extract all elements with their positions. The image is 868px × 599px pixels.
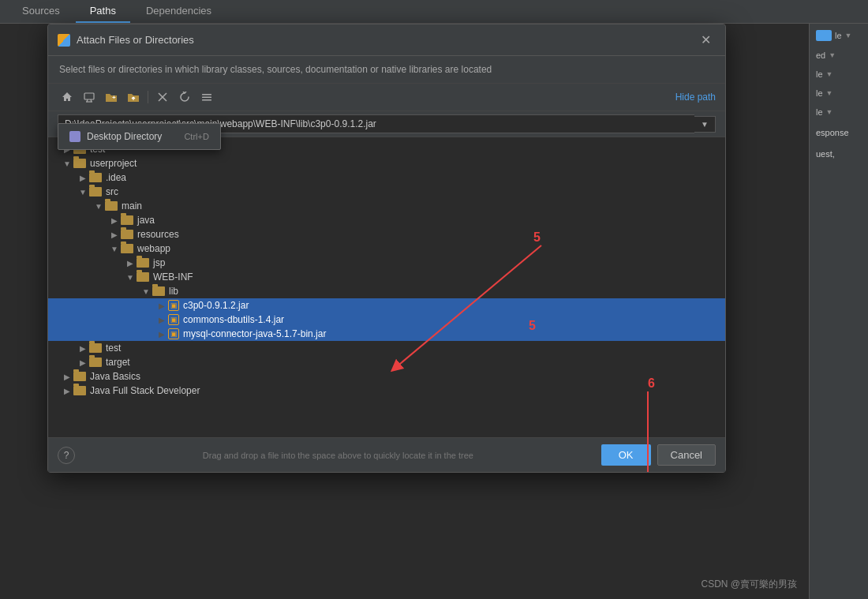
tree-item-java-basics[interactable]: Java Basics: [48, 369, 725, 384]
svg-rect-7: [202, 94, 211, 95]
tree-item-userproject[interactable]: userproject: [48, 156, 725, 170]
settings-button[interactable]: [197, 88, 216, 106]
folder-icon-target: [89, 358, 102, 367]
up-folder-button[interactable]: [124, 88, 143, 106]
dropdown-popup: Desktop Directory Ctrl+D: [58, 123, 221, 150]
tree-arrow-java-basics: [61, 373, 73, 381]
tree-label-mysql: mysql-connector-java-5.1.7-bin.jar: [183, 328, 326, 339]
tree-label-main: main: [122, 200, 142, 212]
tree-label-resources: resources: [137, 229, 179, 240]
tree-arrow-c3p0: [155, 301, 168, 310]
sidebar-arrow-1[interactable]: ▼: [845, 32, 852, 39]
svg-rect-8: [202, 97, 211, 99]
blue-box-1: [816, 30, 832, 41]
folder-icon-webinf: [137, 272, 149, 282]
sidebar-row-5: le ▼: [813, 106, 865, 118]
svg-text:+: +: [112, 94, 116, 101]
path-dropdown-button[interactable]: ▼: [694, 116, 716, 133]
svg-rect-9: [202, 99, 211, 101]
tree-item-src[interactable]: src: [48, 185, 725, 199]
sidebar-response: esponse: [813, 125, 865, 140]
jar-icon-mysql: ▣: [168, 328, 179, 339]
folder-icon-lib: [152, 286, 165, 296]
tree-label-target: target: [106, 357, 130, 368]
svg-rect-0: [84, 93, 94, 99]
file-tree[interactable]: test userproject .idea src main: [48, 137, 725, 437]
tree-arrow-main: [92, 202, 105, 211]
ok-button[interactable]: OK: [601, 444, 651, 466]
jar-icon-commons: ▣: [168, 314, 179, 325]
sidebar-arrow-4[interactable]: ▼: [826, 89, 833, 97]
tab-paths[interactable]: Paths: [76, 0, 130, 23]
tree-item-target[interactable]: target: [48, 355, 725, 369]
modal-title-area: Attach Files or Directories: [58, 34, 194, 47]
desktop-directory-option[interactable]: Desktop Directory Ctrl+D: [58, 127, 220, 146]
watermark: CSDN @賣可樂的男孩: [701, 578, 797, 591]
tree-label-userproject: userproject: [90, 158, 137, 169]
tree-item-mysql-connector[interactable]: ▣ mysql-connector-java-5.1.7-bin.jar: [48, 327, 725, 341]
modal-toolbar: +: [48, 84, 725, 111]
home-button[interactable]: [58, 88, 77, 106]
tree-arrow-idea: [77, 174, 89, 182]
tree-item-webinf[interactable]: WEB-INF: [48, 270, 725, 284]
sidebar-arrow-5[interactable]: ▼: [826, 108, 833, 116]
modal-description: Select files or directories in which lib…: [48, 56, 725, 84]
tab-sources[interactable]: Sources: [8, 0, 74, 23]
toolbar-sep-1: [148, 91, 148, 103]
folder-icon-src: [89, 187, 102, 197]
help-button[interactable]: ?: [58, 447, 75, 464]
sidebar-arrow-2[interactable]: ▼: [829, 51, 836, 59]
tree-item-test2[interactable]: test: [48, 341, 725, 355]
tree-arrow-webinf: [124, 273, 137, 282]
ide-tabs: Sources Paths Dependencies: [0, 0, 868, 24]
tree-item-idea[interactable]: .idea: [48, 170, 725, 185]
tab-dependencies[interactable]: Dependencies: [132, 0, 226, 23]
tree-arrow-src: [77, 188, 89, 197]
sidebar-row-4: le ▼: [813, 87, 865, 99]
tree-arrow-lib: [140, 287, 152, 296]
tree-arrow-mysql: [155, 330, 168, 339]
tree-item-jsp[interactable]: jsp: [48, 256, 725, 270]
tree-item-lib[interactable]: lib: [48, 284, 725, 298]
tree-item-commons-dbutils[interactable]: ▣ commons-dbutils-1.4.jar: [48, 313, 725, 327]
tree-item-java-full-stack[interactable]: Java Full Stack Developer: [48, 384, 725, 398]
folder-icon-jsp: [137, 258, 149, 268]
tree-label-java: java: [137, 215, 155, 226]
new-folder-button[interactable]: +: [102, 88, 121, 106]
folder-icon-webapp: [121, 244, 133, 253]
folder-icon-java: [121, 215, 133, 225]
modal-buttons: OK Cancel: [601, 444, 716, 466]
tree-label-c3p0: c3p0-0.9.1.2.jar: [183, 300, 249, 311]
sidebar-quest-label: uest,: [816, 149, 835, 159]
tree-item-main[interactable]: main: [48, 199, 725, 213]
desktop-dir-shortcut: Ctrl+D: [184, 132, 208, 141]
modal-title: Attach Files or Directories: [77, 34, 194, 46]
tree-item-java[interactable]: java: [48, 213, 725, 227]
refresh-button[interactable]: [175, 88, 194, 106]
tree-arrow-resources: [108, 230, 121, 239]
delete-button[interactable]: [153, 88, 172, 106]
tree-item-c3p0[interactable]: ▣ c3p0-0.9.1.2.jar: [48, 298, 725, 313]
close-button[interactable]: ✕: [696, 31, 716, 49]
sidebar-label-2: ed: [816, 51, 825, 60]
tree-arrow-commons: [155, 316, 168, 324]
desktop-button[interactable]: [80, 88, 99, 106]
tree-item-webapp[interactable]: webapp: [48, 241, 725, 256]
sidebar-arrow-3[interactable]: ▼: [826, 70, 833, 78]
desktop-dir-icon: [69, 131, 80, 142]
cancel-button[interactable]: Cancel: [657, 444, 716, 466]
hide-path-link[interactable]: Hide path: [675, 92, 716, 103]
sidebar-label-4: le: [816, 88, 823, 98]
modal-titlebar: Attach Files or Directories ✕: [48, 24, 725, 56]
tree-item-resources[interactable]: resources: [48, 227, 725, 241]
sidebar-row-2: ed ▼: [813, 49, 865, 62]
jar-icon-c3p0: ▣: [168, 300, 179, 311]
modal-bottom-bar: ? Drag and drop a file into the space ab…: [48, 437, 725, 472]
tree-label-java-basics: Java Basics: [90, 371, 140, 382]
right-sidebar: le ▼ ed ▼ le ▼ le ▼ le ▼ esponse uest,: [809, 24, 868, 599]
tree-arrow-userproject: [61, 159, 73, 168]
tree-arrow-java: [108, 216, 121, 225]
tree-label-idea: .idea: [106, 172, 126, 183]
tree-label-webinf: WEB-INF: [153, 271, 193, 283]
tree-label-src: src: [106, 186, 118, 197]
